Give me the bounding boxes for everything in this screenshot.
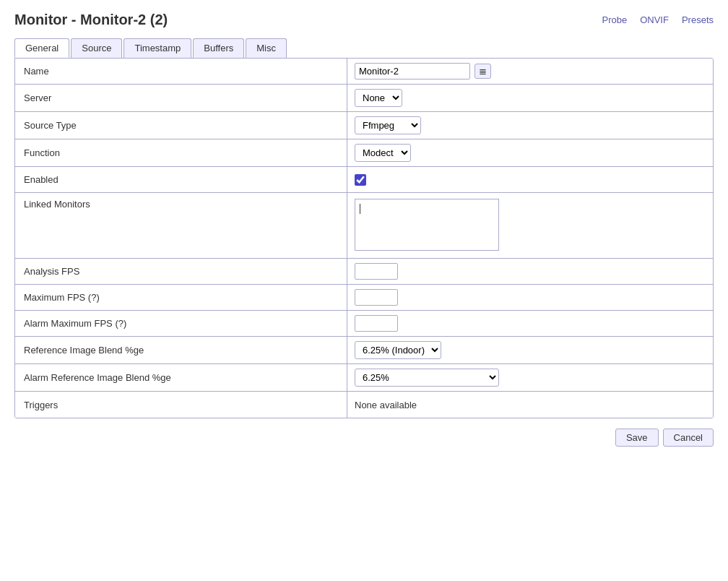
tab-buffers[interactable]: Buffers <box>193 38 244 58</box>
reference-blend-value-cell: 6.25% (Indoor) 12.5% 25% 50% 100% <box>347 337 713 363</box>
reference-blend-row: Reference Image Blend %ge 6.25% (Indoor)… <box>15 337 713 364</box>
enabled-label: Enabled <box>15 167 347 192</box>
maximum-fps-label: Maximum FPS (?) <box>15 285 347 310</box>
function-select[interactable]: None Monitor Modect Record Mocord Nodect <box>355 144 411 162</box>
analysis-fps-label: Analysis FPS <box>15 259 347 284</box>
alarm-reference-blend-select[interactable]: 6.25% 12.5% 25% 50% 100% <box>355 369 499 387</box>
header-links: Probe ONVIF Presets <box>602 12 714 25</box>
analysis-fps-row: Analysis FPS <box>15 259 713 285</box>
maximum-fps-row: Maximum FPS (?) <box>15 285 713 311</box>
alarm-reference-blend-row: Alarm Reference Image Blend %ge 6.25% 12… <box>15 364 713 392</box>
onvif-link[interactable]: ONVIF <box>640 14 669 25</box>
alarm-reference-blend-label: Alarm Reference Image Blend %ge <box>15 364 347 391</box>
name-value-cell: ≣ <box>347 59 713 84</box>
source-type-label: Source Type <box>15 112 347 139</box>
function-row: Function None Monitor Modect Record Moco… <box>15 139 713 167</box>
tab-general[interactable]: General <box>14 38 69 58</box>
tab-misc[interactable]: Misc <box>246 38 287 58</box>
tab-timestamp[interactable]: Timestamp <box>124 38 191 58</box>
page-title: Monitor - Monitor-2 (2) <box>14 12 168 28</box>
name-input-wrap: ≣ <box>355 63 491 79</box>
presets-link[interactable]: Presets <box>682 14 714 25</box>
linked-monitors-label: Linked Monitors <box>15 193 347 258</box>
analysis-fps-input[interactable] <box>355 263 398 280</box>
source-type-row: Source Type Ffmpeg LibVLC cURL NVSocket … <box>15 112 713 139</box>
reference-blend-select[interactable]: 6.25% (Indoor) 12.5% 25% 50% 100% <box>355 341 441 359</box>
tab-source[interactable]: Source <box>71 38 122 58</box>
server-label: Server <box>15 85 347 111</box>
triggers-value: None available <box>355 400 417 410</box>
footer: Save Cancel <box>14 429 714 447</box>
name-list-icon[interactable]: ≣ <box>474 64 491 79</box>
function-value-cell: None Monitor Modect Record Mocord Nodect <box>347 139 713 166</box>
triggers-row: Triggers None available <box>15 392 713 418</box>
probe-link[interactable]: Probe <box>602 14 627 25</box>
name-input[interactable] <box>355 63 470 79</box>
function-label: Function <box>15 139 347 166</box>
linked-monitors-input[interactable] <box>355 199 499 251</box>
form-container: Name ≣ Server None Source Type Ffmpeg Li… <box>14 58 714 418</box>
alarm-maximum-fps-row: Alarm Maximum FPS (?) <box>15 311 713 337</box>
name-label: Name <box>15 59 347 84</box>
enabled-value-cell <box>347 167 713 192</box>
server-select[interactable]: None <box>355 89 402 107</box>
alarm-reference-blend-value-cell: 6.25% 12.5% 25% 50% 100% <box>347 364 713 391</box>
linked-monitors-value-cell <box>347 193 713 258</box>
alarm-maximum-fps-label: Alarm Maximum FPS (?) <box>15 311 347 336</box>
source-type-select[interactable]: Ffmpeg LibVLC cURL NVSocket Local Remote… <box>355 116 421 134</box>
maximum-fps-value-cell <box>347 285 713 310</box>
enabled-row: Enabled <box>15 167 713 193</box>
alarm-maximum-fps-value-cell <box>347 311 713 336</box>
name-row: Name ≣ <box>15 59 713 85</box>
triggers-value-cell: None available <box>347 392 713 418</box>
tabs: General Source Timestamp Buffers Misc <box>14 38 714 58</box>
analysis-fps-value-cell <box>347 259 713 284</box>
triggers-label: Triggers <box>15 392 347 418</box>
reference-blend-label: Reference Image Blend %ge <box>15 337 347 363</box>
enabled-checkbox[interactable] <box>355 174 366 186</box>
save-button[interactable]: Save <box>615 429 659 447</box>
alarm-maximum-fps-input[interactable] <box>355 315 398 332</box>
page-header: Monitor - Monitor-2 (2) Probe ONVIF Pres… <box>14 12 714 28</box>
server-row: Server None <box>15 85 713 112</box>
linked-monitors-row: Linked Monitors <box>15 193 713 259</box>
maximum-fps-input[interactable] <box>355 289 398 306</box>
server-value-cell: None <box>347 85 713 111</box>
cancel-button[interactable]: Cancel <box>663 429 714 447</box>
source-type-value-cell: Ffmpeg LibVLC cURL NVSocket Local Remote… <box>347 112 713 139</box>
